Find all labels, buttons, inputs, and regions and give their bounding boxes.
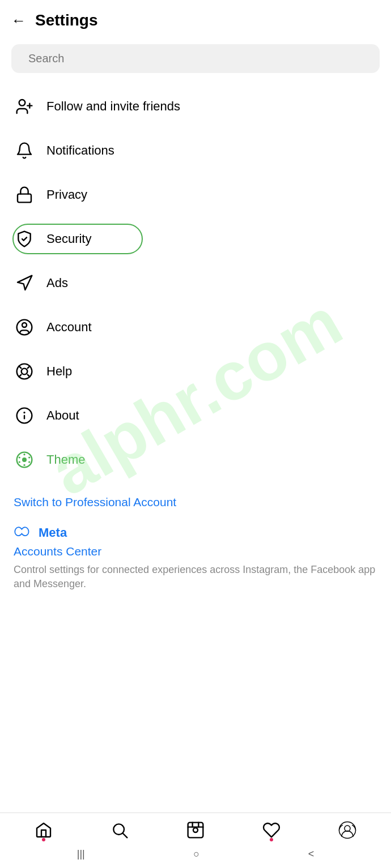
svg-point-9 — [22, 369, 28, 375]
menu-item-label-help: Help — [46, 364, 72, 379]
svg-point-18 — [22, 457, 27, 462]
menu-item-label-ads: Ads — [46, 276, 68, 290]
palette-icon — [14, 449, 35, 471]
menu-item-privacy[interactable]: Privacy — [8, 173, 383, 217]
system-nav-recent[interactable]: ||| — [77, 848, 85, 860]
header: ← Settings — [0, 0, 391, 39]
menu-item-theme[interactable]: Theme — [8, 438, 383, 482]
nav-search-button[interactable] — [110, 821, 129, 839]
search-container — [0, 39, 391, 84]
meta-logo-icon — [14, 524, 34, 541]
menu-item-label-theme: Theme — [46, 452, 85, 467]
switch-pro-account-link[interactable]: Switch to Professional Account — [14, 495, 176, 508]
system-nav-home[interactable]: ○ — [193, 848, 199, 860]
search-bar[interactable] — [11, 44, 380, 73]
menu-item-help[interactable]: Help — [8, 349, 383, 394]
svg-line-10 — [19, 366, 22, 369]
svg-rect-5 — [18, 194, 31, 203]
svg-point-23 — [19, 461, 20, 463]
nav-reels-button[interactable] — [186, 821, 205, 839]
shield-check-icon — [14, 228, 35, 250]
meta-logo: Meta — [14, 524, 377, 541]
menu-item-security[interactable]: Security — [8, 217, 383, 261]
system-nav: ||| ○ < — [0, 845, 391, 868]
menu-item-account[interactable]: Account — [8, 305, 383, 349]
menu-list: Follow and invite friends Notifications … — [0, 84, 391, 482]
svg-point-22 — [23, 464, 25, 466]
page-title: Settings — [35, 11, 97, 29]
menu-item-ads[interactable]: Ads — [8, 261, 383, 305]
svg-point-2 — [19, 100, 26, 106]
svg-point-28 — [193, 828, 198, 832]
menu-item-label-security: Security — [46, 232, 91, 246]
pro-account-section: Switch to Professional Account — [0, 482, 391, 515]
svg-point-33 — [345, 826, 350, 831]
add-person-icon — [14, 96, 35, 117]
svg-line-12 — [28, 366, 30, 369]
back-button[interactable]: ← — [11, 12, 26, 29]
megaphone-icon — [14, 272, 35, 294]
nav-profile-button[interactable] — [338, 821, 356, 839]
meta-label: Meta — [39, 525, 67, 540]
info-circle-icon — [14, 405, 35, 426]
menu-item-follow[interactable]: Follow and invite friends — [8, 84, 383, 129]
search-input[interactable] — [28, 52, 369, 65]
svg-line-13 — [19, 375, 22, 377]
svg-point-21 — [28, 461, 30, 463]
svg-point-24 — [19, 456, 20, 458]
nav-activity-button[interactable] — [262, 821, 280, 839]
menu-item-label-about: About — [46, 408, 79, 423]
svg-point-20 — [28, 456, 30, 458]
svg-line-11 — [28, 375, 30, 377]
system-nav-back[interactable]: < — [308, 848, 314, 860]
meta-description: Control settings for connected experienc… — [14, 563, 377, 591]
menu-item-label-account: Account — [46, 320, 92, 335]
nav-home-button[interactable] — [35, 821, 53, 839]
svg-line-26 — [123, 833, 127, 837]
bottom-nav: ||| ○ < — [0, 813, 391, 868]
menu-item-notifications[interactable]: Notifications — [8, 129, 383, 173]
home-notification-dot — [42, 838, 45, 841]
lock-icon — [14, 184, 35, 206]
menu-item-label-notifications: Notifications — [46, 143, 114, 158]
activity-notification-dot — [270, 838, 273, 841]
nav-icons-row — [0, 813, 391, 845]
svg-rect-27 — [188, 823, 203, 838]
menu-item-about[interactable]: About — [8, 394, 383, 438]
svg-point-19 — [23, 454, 25, 455]
person-circle-icon — [14, 317, 35, 338]
menu-item-label-follow: Follow and invite friends — [46, 99, 180, 114]
menu-item-label-privacy: Privacy — [46, 187, 87, 202]
svg-point-7 — [22, 323, 27, 327]
lifebuoy-icon — [14, 361, 35, 382]
meta-section: Meta Accounts Center Control settings fo… — [0, 515, 391, 596]
accounts-center-link[interactable]: Accounts Center — [14, 545, 377, 558]
bell-icon — [14, 140, 35, 161]
